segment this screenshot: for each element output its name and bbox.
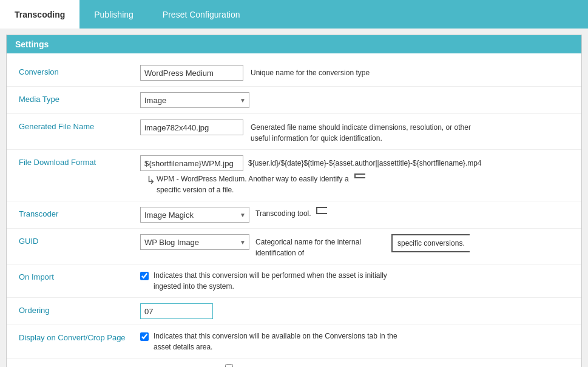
transcoder-row: Transcoder Image Magick FFmpeg ▼ Transco… <box>7 201 581 229</box>
transcoder-control: Image Magick FFmpeg ▼ Transcoding tool. <box>140 207 569 223</box>
file-download-format-control: ${user.id}/${date}${time}-${asset.author… <box>140 155 569 195</box>
conversion-label: Conversion <box>19 65 140 76</box>
tabs-bar: Transcoding Publishing Preset Configurat… <box>0 0 588 29</box>
generated-file-name-control: Generated file name should indicate dime… <box>140 120 569 144</box>
file-download-format-label: File Download Format <box>19 155 140 167</box>
file-download-format-hint: ${user.id}/${date}${time}-${asset.author… <box>248 155 467 169</box>
wpm-bracket-note <box>354 173 365 178</box>
transcoder-select[interactable]: Image Magick FFmpeg <box>140 207 249 223</box>
guid-hint-area: Categorical name for the internal identi… <box>255 234 470 258</box>
ordering-input[interactable] <box>140 303 213 319</box>
guid-select[interactable]: WP Blog Image None Custom <box>140 234 249 250</box>
tab-publishing[interactable]: Publishing <box>79 0 148 29</box>
settings-body: Conversion Unique name for the conversio… <box>7 53 581 367</box>
conversion-input[interactable] <box>140 65 243 81</box>
transcoder-hint: Transcoding tool. <box>255 207 311 218</box>
guid-control: WP Blog Image None Custom ▼ Categorical … <box>140 234 569 258</box>
tab-preset-configuration-label: Preset Configuration <box>163 10 240 19</box>
conversion-control: Unique name for the conversion type <box>140 65 569 81</box>
tab-publishing-label: Publishing <box>94 10 133 19</box>
display-convert-hint: Indicates that this conversion will be a… <box>154 331 408 352</box>
generated-file-name-label: Generated File Name <box>19 120 140 131</box>
media-type-row: Media Type Image Video Audio Document ▼ <box>7 87 581 114</box>
transcoder-label: Transcoder <box>19 207 140 218</box>
ordering-row: Ordering <box>7 298 581 325</box>
generated-file-name-row: Generated File Name Generated file name … <box>7 114 581 150</box>
ordering-control <box>140 303 569 319</box>
transcoder-select-wrap: Image Magick FFmpeg ▼ <box>140 207 249 223</box>
display-convert-checkbox[interactable] <box>140 332 149 341</box>
settings-header-text: Settings <box>15 39 49 49</box>
guid-select-wrap: WP Blog Image None Custom ▼ <box>140 234 249 250</box>
guid-hint: Categorical name for the internal identi… <box>255 234 389 258</box>
settings-panel: Settings Conversion Unique name for the … <box>6 35 582 367</box>
generated-file-name-hint: Generated file name should indicate dime… <box>251 120 475 144</box>
guid-bracket: specific conversions. <box>391 234 470 252</box>
tab-transcoding-label: Transcoding <box>15 10 65 19</box>
on-import-hint: Indicates that this conversion will be p… <box>154 270 408 292</box>
transcoder-bracket <box>316 207 327 214</box>
display-convert-control: Indicates that this conversion will be a… <box>140 331 569 352</box>
transcoder-hint-area: Transcoding tool. <box>255 207 327 218</box>
only-first-page-label: Only create the first page in multipage … <box>19 364 225 367</box>
on-import-row: On Import Indicates that this conversion… <box>7 264 581 298</box>
settings-header: Settings <box>7 35 581 53</box>
on-import-checkbox-wrap: Indicates that this conversion will be p… <box>140 270 408 292</box>
file-download-format-row: File Download Format ${user.id}/${date}$… <box>7 150 581 201</box>
file-download-format-input[interactable] <box>140 155 243 171</box>
media-type-control: Image Video Audio Document ▼ <box>140 92 569 108</box>
tab-transcoding[interactable]: Transcoding <box>0 0 79 29</box>
guid-label: GUID <box>19 234 140 246</box>
conversion-row: Conversion Unique name for the conversio… <box>7 59 581 87</box>
tab-preset-configuration[interactable]: Preset Configuration <box>148 0 255 29</box>
guid-row: GUID WP Blog Image None Custom ▼ Categor… <box>7 229 581 264</box>
on-import-control: Indicates that this conversion will be p… <box>140 270 569 292</box>
only-first-page-control <box>225 364 569 367</box>
wpm-arrow-icon: ↳ <box>146 173 155 187</box>
only-first-page-row: Only create the first page in multipage … <box>7 359 581 367</box>
display-convert-label: Display on Convert/Crop Page <box>19 331 140 342</box>
conversion-hint: Unique name for the conversion type <box>251 65 370 78</box>
display-convert-checkbox-wrap: Indicates that this conversion will be a… <box>140 331 408 352</box>
only-first-page-checkbox[interactable] <box>225 364 233 367</box>
media-type-select-wrap: Image Video Audio Document ▼ <box>140 92 249 108</box>
wpm-text: WPM - WordPress Medium. Another way to e… <box>157 173 351 195</box>
ordering-label: Ordering <box>19 303 140 315</box>
display-convert-row: Display on Convert/Crop Page Indicates t… <box>7 325 581 359</box>
on-import-checkbox[interactable] <box>140 272 149 280</box>
on-import-label: On Import <box>19 270 140 281</box>
media-type-label: Media Type <box>19 92 140 104</box>
media-type-select[interactable]: Image Video Audio Document <box>140 92 249 108</box>
generated-file-name-input[interactable] <box>140 120 243 135</box>
